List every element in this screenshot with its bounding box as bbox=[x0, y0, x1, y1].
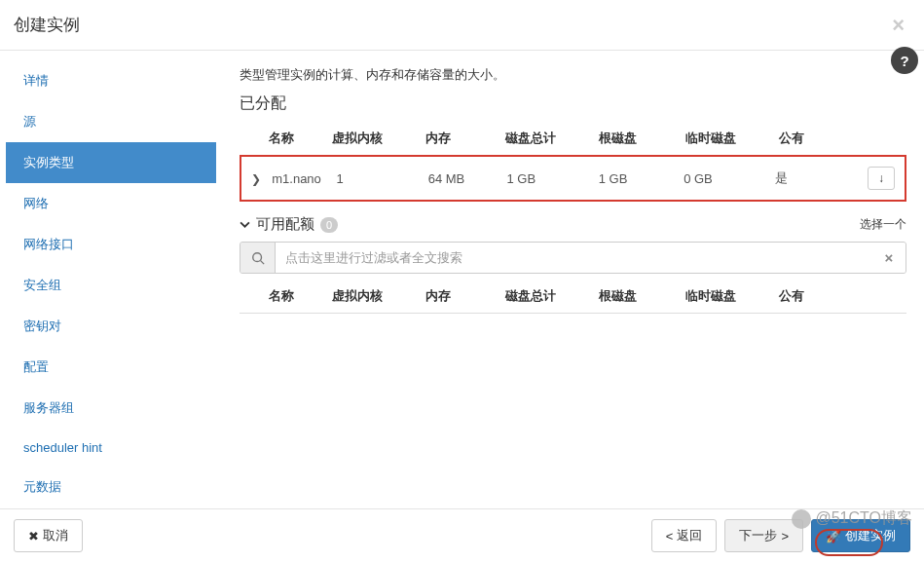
modal-footer: ✖ 取消 < 返回 下一步 > 🚀 创建实例 bbox=[0, 508, 924, 562]
arrow-down-icon: ↓ bbox=[878, 171, 884, 185]
sidebar-item-scheduler-hint[interactable]: scheduler hint bbox=[6, 429, 216, 467]
sidebar-item-source[interactable]: 源 bbox=[6, 101, 216, 142]
flavor-public: 是 bbox=[769, 159, 848, 198]
chevron-left-icon: < bbox=[666, 529, 674, 543]
flavor-vcpus: 1 bbox=[330, 159, 422, 198]
wizard-sidebar: 详情 源 实例类型 网络 网络接口 安全组 密钥对 配置 服务器组 schedu… bbox=[0, 51, 222, 508]
sidebar-item-port[interactable]: 网络接口 bbox=[6, 224, 216, 265]
col-totaldisk: 磁盘总计 bbox=[499, 122, 593, 155]
acol-totaldisk[interactable]: 磁盘总计 bbox=[499, 280, 593, 314]
flavor-description: 类型管理实例的计算、内存和存储容量的大小。 bbox=[240, 66, 906, 84]
available-count-badge: 0 bbox=[320, 217, 338, 233]
flavor-memory: 64 MB bbox=[423, 159, 501, 198]
flavor-rootdisk: 1 GB bbox=[593, 159, 678, 198]
acol-public[interactable]: 公有 bbox=[773, 280, 853, 314]
sidebar-item-secgroup[interactable]: 安全组 bbox=[6, 265, 216, 306]
sidebar-item-details[interactable]: 详情 bbox=[6, 60, 216, 101]
next-button[interactable]: 下一步 > bbox=[724, 519, 803, 552]
clear-filter-button[interactable]: × bbox=[872, 243, 906, 273]
allocated-header-table: 名称 虚拟内核 内存 磁盘总计 根磁盘 临时磁盘 公有 bbox=[240, 122, 906, 155]
filter-row: × bbox=[240, 242, 906, 274]
rocket-icon: 🚀 bbox=[826, 529, 841, 543]
sidebar-item-network[interactable]: 网络 bbox=[6, 183, 216, 224]
flavor-totaldisk: 1 GB bbox=[500, 159, 592, 198]
allocated-row[interactable]: ❯ m1.nano 1 64 MB 1 GB 1 GB 0 GB 是 bbox=[245, 159, 901, 198]
deallocate-button[interactable]: ↓ bbox=[868, 167, 895, 190]
allocated-table: ❯ m1.nano 1 64 MB 1 GB 1 GB 0 GB 是 bbox=[245, 159, 901, 198]
col-ephemeral: 临时磁盘 bbox=[680, 122, 773, 155]
chevron-down-icon[interactable] bbox=[240, 219, 250, 230]
acol-vcpus[interactable]: 虚拟内核 bbox=[326, 280, 420, 314]
cancel-button[interactable]: ✖ 取消 bbox=[14, 519, 83, 552]
acol-rootdisk[interactable]: 根磁盘 bbox=[593, 280, 680, 314]
sidebar-item-keypair[interactable]: 密钥对 bbox=[6, 306, 216, 347]
sidebar-item-flavor[interactable]: 实例类型 bbox=[6, 142, 216, 183]
sidebar-item-metadata[interactable]: 元数据 bbox=[6, 467, 216, 507]
available-table: 名称 虚拟内核 内存 磁盘总计 根磁盘 临时磁盘 公有 bbox=[240, 280, 906, 314]
col-rootdisk: 根磁盘 bbox=[593, 122, 680, 155]
chevron-right-icon[interactable]: ❯ bbox=[251, 172, 265, 186]
flavor-name: m1.nano bbox=[272, 171, 321, 186]
modal-title: 创建实例 bbox=[14, 14, 80, 36]
svg-point-0 bbox=[252, 252, 261, 261]
svg-line-1 bbox=[260, 260, 264, 264]
available-title: 可用配额 bbox=[256, 215, 314, 234]
main-panel: 类型管理实例的计算、内存和存储容量的大小。 已分配 名称 虚拟内核 内存 磁盘总… bbox=[222, 51, 924, 508]
select-one-label: 选择一个 bbox=[860, 216, 906, 233]
acol-memory[interactable]: 内存 bbox=[420, 280, 499, 314]
acol-ephemeral[interactable]: 临时磁盘 bbox=[680, 280, 773, 314]
launch-button[interactable]: 🚀 创建实例 bbox=[811, 519, 910, 552]
sidebar-item-servergroup[interactable]: 服务器组 bbox=[6, 388, 216, 429]
allocated-highlight: ❯ m1.nano 1 64 MB 1 GB 1 GB 0 GB 是 bbox=[240, 155, 906, 202]
col-vcpus: 虚拟内核 bbox=[326, 122, 420, 155]
back-button[interactable]: < 返回 bbox=[651, 519, 718, 552]
filter-input[interactable] bbox=[276, 243, 872, 273]
acol-name[interactable]: 名称 bbox=[240, 280, 326, 314]
flavor-ephemeral: 0 GB bbox=[678, 159, 769, 198]
modal-header: 创建实例 × bbox=[0, 0, 924, 51]
col-name: 名称 bbox=[240, 122, 326, 155]
help-icon[interactable]: ? bbox=[891, 47, 918, 74]
close-icon: ✖ bbox=[28, 529, 39, 543]
sidebar-item-config[interactable]: 配置 bbox=[6, 347, 216, 388]
close-icon[interactable]: × bbox=[892, 15, 905, 36]
search-icon[interactable] bbox=[240, 243, 276, 273]
allocated-title: 已分配 bbox=[240, 94, 906, 114]
col-memory: 内存 bbox=[420, 122, 499, 155]
col-public: 公有 bbox=[773, 122, 853, 155]
chevron-right-icon: > bbox=[781, 529, 789, 543]
